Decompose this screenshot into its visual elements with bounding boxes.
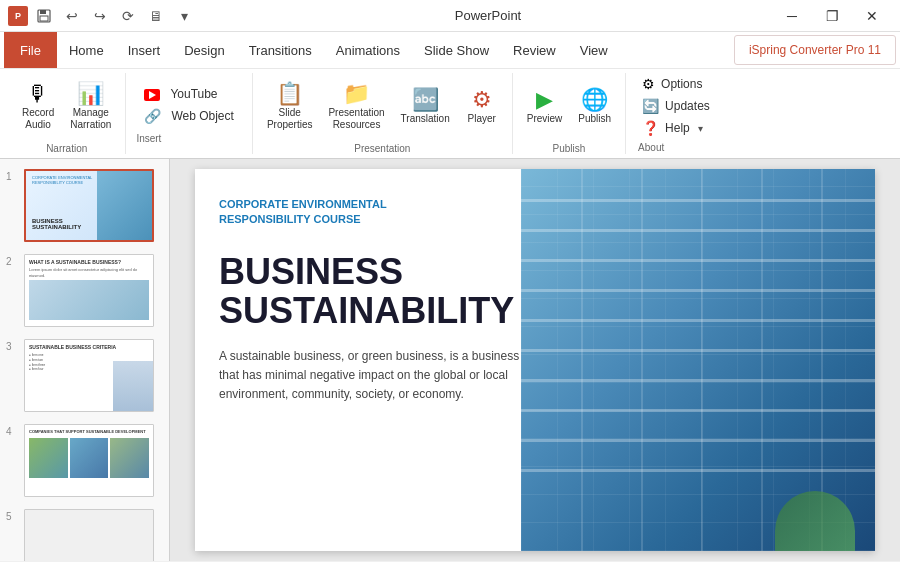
slide-thumbnail-3[interactable]: 3 SUSTAINABLE BUSINESS CRITERIA ● Item o… <box>4 337 165 414</box>
help-dropdown-icon: ▾ <box>698 123 703 134</box>
redo-button[interactable]: ↪ <box>88 4 112 28</box>
resources-icon: 📁 <box>343 83 370 105</box>
about-group-label: About <box>638 140 664 153</box>
close-button[interactable]: ✕ <box>852 0 892 32</box>
app-icon: P <box>8 6 28 26</box>
vert-3 <box>701 169 703 551</box>
presentation-resources-button[interactable]: 📁 Presentation Resources <box>322 79 390 135</box>
help-button[interactable]: ❓ Help ▾ <box>638 118 714 138</box>
translation-button[interactable]: 🔤 Translation <box>395 85 456 129</box>
insert-group: YouTube 🔗 Web Object Insert <box>126 73 252 154</box>
app-title: PowerPoint <box>204 8 772 23</box>
home-menu[interactable]: Home <box>57 32 116 68</box>
slide-thumbnail-1[interactable]: 1 CORPORATE ENVIRONMENTALRESPONSIBILITY … <box>4 167 165 244</box>
replay-button[interactable]: ⟳ <box>116 4 140 28</box>
slide-main-title: BUSINESS SUSTAINABILITY <box>219 252 525 331</box>
ribbon: File Home Insert Design Transitions Anim… <box>0 32 900 159</box>
slide-properties-button[interactable]: 📋 Slide Properties <box>261 79 319 135</box>
animations-menu[interactable]: Animations <box>324 32 412 68</box>
monitor-button[interactable]: 🖥 <box>144 4 168 28</box>
slide-right-panel <box>521 169 875 551</box>
link-icon: 🔗 <box>144 108 161 124</box>
publish-items: ▶ Preview 🌐 Publish <box>521 73 617 141</box>
ispring-tab[interactable]: iSpring Converter Pro 11 <box>734 35 896 65</box>
window-controls: ─ ❐ ✕ <box>772 0 892 32</box>
updates-button[interactable]: 🔄 Updates <box>638 96 714 116</box>
youtube-button[interactable]: YouTube <box>136 84 241 105</box>
slide-panel[interactable]: 1 CORPORATE ENVIRONMENTALRESPONSIBILITY … <box>0 159 170 561</box>
slide-3-thumbnail: SUSTAINABLE BUSINESS CRITERIA ● Item one… <box>24 339 154 412</box>
publish-button[interactable]: 🌐 Publish <box>572 85 617 129</box>
undo-button[interactable]: ↩ <box>60 4 84 28</box>
player-icon: ⚙ <box>472 89 492 111</box>
slide-1-thumbnail: CORPORATE ENVIRONMENTALRESPONSIBILITY CO… <box>24 169 154 242</box>
player-button[interactable]: ⚙ Player <box>460 85 504 129</box>
publish-group: ▶ Preview 🌐 Publish Publish <box>513 73 626 154</box>
vert-2 <box>641 169 643 551</box>
title-bar: P ↩ ↪ ⟳ 🖥 ▾ PowerPoint ─ ❐ ✕ <box>0 0 900 32</box>
options-button[interactable]: ⚙ Options <box>638 74 714 94</box>
youtube-icon <box>144 87 164 102</box>
web-object-button[interactable]: 🔗 Web Object <box>136 105 241 127</box>
record-audio-button[interactable]: 🎙 Record Audio <box>16 79 60 135</box>
about-group: ⚙ Options 🔄 Updates ❓ Help ▾ About <box>626 73 726 154</box>
microphone-icon: 🎙 <box>27 83 49 105</box>
help-icon: ❓ <box>642 120 659 136</box>
slide-props-icon: 📋 <box>276 83 303 105</box>
ribbon-content: 🎙 Record Audio 📊 Manage Narration Narrat… <box>0 68 900 158</box>
presentation-items: 📋 Slide Properties 📁 Presentation Resour… <box>261 73 504 141</box>
main-area: 1 CORPORATE ENVIRONMENTALRESPONSIBILITY … <box>0 159 900 561</box>
slide-thumbnail-5[interactable]: 5 <box>4 507 165 561</box>
slide-thumbnail-4[interactable]: 4 COMPANIES THAT SUPPORT SUSTAINABLE DEV… <box>4 422 165 499</box>
narration-group-label: Narration <box>46 141 87 154</box>
transitions-menu[interactable]: Transitions <box>237 32 324 68</box>
review-menu[interactable]: Review <box>501 32 568 68</box>
file-menu[interactable]: File <box>4 32 57 68</box>
preview-icon: ▶ <box>536 89 553 111</box>
slide-left-panel: CORPORATE ENVIRONMENTAL RESPONSIBILITY C… <box>195 169 549 551</box>
slide-5-thumbnail <box>24 509 154 561</box>
slide-2-thumbnail: WHAT IS A SUSTAINABLE BUSINESS? Lorem ip… <box>24 254 154 327</box>
publish-group-label: Publish <box>553 141 586 154</box>
vert-4 <box>761 169 763 551</box>
view-menu[interactable]: View <box>568 32 620 68</box>
translation-icon: 🔤 <box>412 89 439 111</box>
slide-4-thumbnail: COMPANIES THAT SUPPORT SUSTAINABLE DEVEL… <box>24 424 154 497</box>
slideshow-menu[interactable]: Slide Show <box>412 32 501 68</box>
publish-icon: 🌐 <box>581 89 608 111</box>
vert-1 <box>581 169 583 551</box>
maximize-button[interactable]: ❐ <box>812 0 852 32</box>
presentation-group-label: Presentation <box>354 141 410 154</box>
slide-thumbnail-2[interactable]: 2 WHAT IS A SUSTAINABLE BUSINESS? Lorem … <box>4 252 165 329</box>
svg-rect-1 <box>40 10 46 14</box>
svg-rect-2 <box>40 16 48 21</box>
canvas-area: CORPORATE ENVIRONMENTAL RESPONSIBILITY C… <box>170 159 900 561</box>
slide-description: A sustainable business, or green busines… <box>219 347 525 405</box>
manage-narration-button[interactable]: 📊 Manage Narration <box>64 79 117 135</box>
more-button[interactable]: ▾ <box>172 4 196 28</box>
narration-group: 🎙 Record Audio 📊 Manage Narration Narrat… <box>8 73 126 154</box>
narration-icon: 📊 <box>77 83 104 105</box>
presentation-group: 📋 Slide Properties 📁 Presentation Resour… <box>253 73 513 154</box>
slide-canvas: CORPORATE ENVIRONMENTAL RESPONSIBILITY C… <box>195 169 875 551</box>
design-menu[interactable]: Design <box>172 32 236 68</box>
preview-button[interactable]: ▶ Preview <box>521 85 569 129</box>
menu-bar: File Home Insert Design Transitions Anim… <box>0 32 900 68</box>
corp-text: CORPORATE ENVIRONMENTAL RESPONSIBILITY C… <box>219 197 525 228</box>
quick-access-toolbar: ↩ ↪ ⟳ 🖥 ▾ <box>32 4 196 28</box>
insert-menu[interactable]: Insert <box>116 32 173 68</box>
updates-icon: 🔄 <box>642 98 659 114</box>
save-button[interactable] <box>32 4 56 28</box>
narration-items: 🎙 Record Audio 📊 Manage Narration <box>16 73 117 141</box>
minimize-button[interactable]: ─ <box>772 0 812 32</box>
gear-icon: ⚙ <box>642 76 655 92</box>
insert-group-label: Insert <box>136 131 241 144</box>
